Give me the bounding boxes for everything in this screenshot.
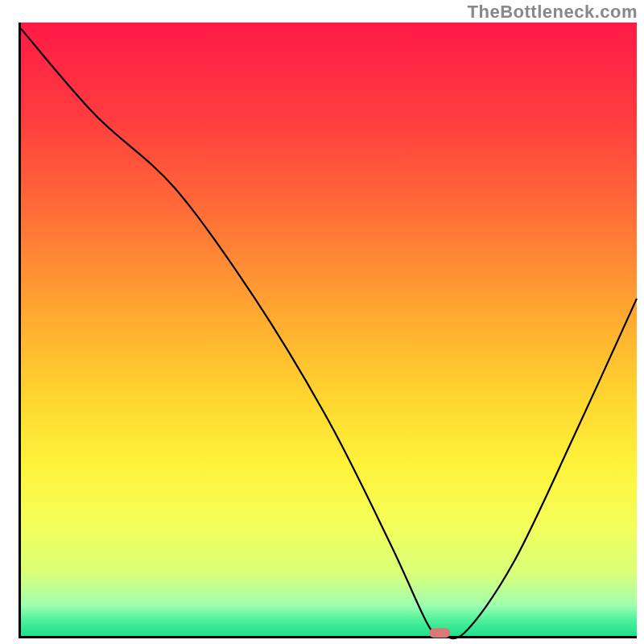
chart-container: TheBottleneck.com bbox=[0, 0, 644, 644]
optimal-point-marker bbox=[429, 628, 450, 638]
axis-bottom bbox=[19, 636, 637, 638]
watermark-text: TheBottleneck.com bbox=[468, 2, 638, 23]
bottleneck-chart bbox=[0, 0, 644, 644]
axis-left bbox=[19, 23, 21, 638]
plot-background-gradient bbox=[21, 23, 637, 636]
